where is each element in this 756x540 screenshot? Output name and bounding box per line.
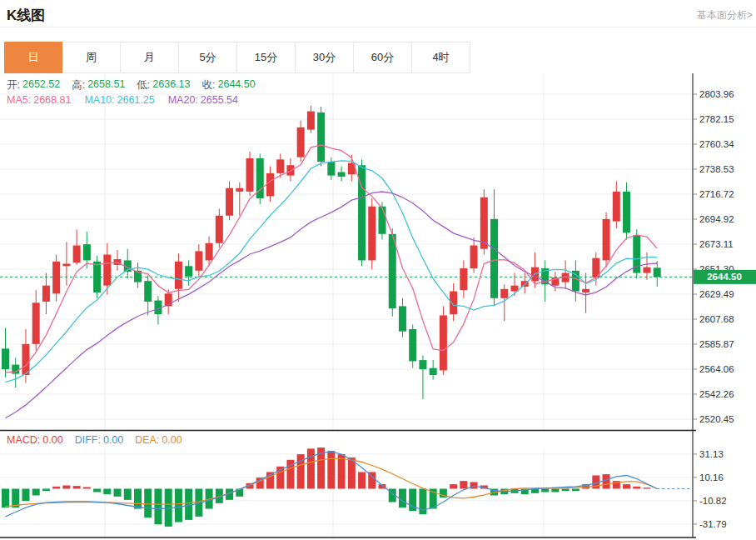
- svg-text:2629.49: 2629.49: [699, 289, 734, 299]
- last-price-badge: 2644.50: [694, 270, 756, 284]
- ma20-line: [6, 192, 658, 418]
- svg-text:2694.92: 2694.92: [699, 214, 734, 224]
- kline-widget: K线图 基本面分析> 日 周 月 5分 15分 30分 60分 4时 2803.…: [0, 0, 756, 540]
- svg-text:-10.82: -10.82: [699, 496, 727, 506]
- svg-text:2760.34: 2760.34: [699, 139, 734, 149]
- ma20-value: MA20:2655.54: [168, 94, 238, 106]
- tab-15min[interactable]: 15分: [237, 42, 296, 73]
- ma-legend: MA5:2668.81 MA10:2661.25 MA20:2655.54: [7, 94, 238, 106]
- svg-text:2585.87: 2585.87: [699, 339, 734, 349]
- svg-text:2738.53: 2738.53: [699, 164, 734, 174]
- svg-text:2673.11: 2673.11: [699, 239, 734, 249]
- tab-5min[interactable]: 5分: [179, 42, 237, 73]
- ma10-value: MA10:2661.25: [84, 94, 154, 106]
- price-axis-labels: 2803.962782.152760.342738.532716.722694.…: [693, 89, 734, 424]
- svg-text:10.16: 10.16: [699, 472, 724, 482]
- macd-legend: MACD:0.00 DIFF:0.00 DEA:0.00: [7, 434, 182, 446]
- diff-value: DIFF:0.00: [75, 434, 124, 446]
- page-title: K线图: [7, 6, 45, 25]
- tab-4hour[interactable]: 4时: [412, 42, 470, 73]
- ohlc-legend: 开:2652.52 高:2658.51 低:2636.13 收:2644.50: [7, 78, 256, 92]
- svg-text:2542.26: 2542.26: [699, 389, 734, 399]
- tab-week[interactable]: 周: [62, 42, 121, 73]
- ma5-value: MA5:2668.81: [7, 94, 71, 106]
- candles: [2, 106, 661, 399]
- tab-day[interactable]: 日: [4, 42, 62, 73]
- open-value: 开:2652.52: [7, 78, 60, 92]
- period-tabs: 日 周 月 5分 15分 30分 60分 4时: [4, 42, 470, 73]
- tab-30min[interactable]: 30分: [296, 42, 354, 73]
- svg-text:2803.96: 2803.96: [699, 89, 734, 99]
- dea-value: DEA:0.00: [135, 434, 182, 446]
- svg-text:2716.72: 2716.72: [699, 189, 734, 199]
- header: K线图 基本面分析>: [0, 0, 756, 28]
- svg-text:2644.50: 2644.50: [707, 272, 742, 282]
- svg-text:2607.68: 2607.68: [699, 314, 734, 324]
- macd-axis-labels: 31.1310.16-10.82-31.79: [693, 449, 727, 529]
- chart-area: 2803.962782.152760.342738.532716.722694.…: [0, 73, 756, 540]
- tab-60min[interactable]: 60分: [354, 42, 412, 73]
- fundamental-analysis-link[interactable]: 基本面分析>: [697, 8, 753, 22]
- grid-lines: [0, 73, 693, 538]
- svg-text:-31.79: -31.79: [699, 519, 727, 529]
- high-value: 高:2658.51: [72, 78, 125, 92]
- low-value: 低:2636.13: [137, 78, 190, 92]
- macd-value: MACD:0.00: [7, 434, 63, 446]
- svg-text:31.13: 31.13: [699, 449, 724, 459]
- kline-chart-canvas[interactable]: 2803.962782.152760.342738.532716.722694.…: [0, 73, 756, 540]
- svg-text:2782.15: 2782.15: [699, 114, 734, 124]
- svg-text:2564.06: 2564.06: [699, 364, 734, 374]
- close-value: 收:2644.50: [202, 78, 256, 92]
- svg-text:2520.45: 2520.45: [699, 414, 734, 424]
- tab-month[interactable]: 月: [121, 42, 179, 73]
